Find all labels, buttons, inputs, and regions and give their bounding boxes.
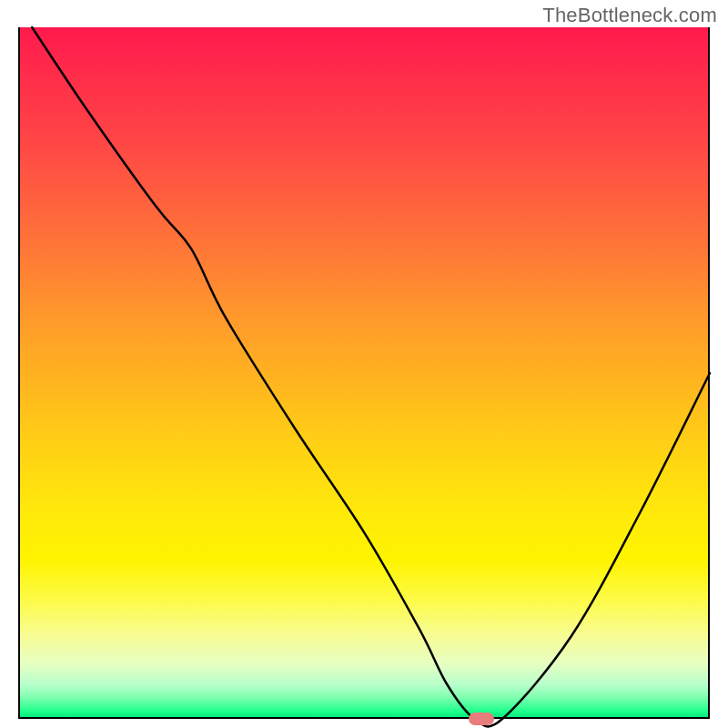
watermark-text: TheBottleneck.com <box>542 4 717 27</box>
bottleneck-curve <box>18 27 710 719</box>
bottleneck-chart: TheBottleneck.com <box>0 0 728 728</box>
optimal-point-marker <box>469 713 494 725</box>
